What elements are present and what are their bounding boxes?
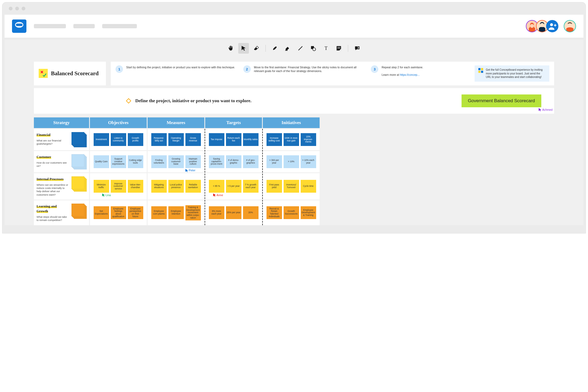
avatar-add[interactable] xyxy=(546,20,558,32)
select-tool[interactable] xyxy=(238,43,249,54)
measures-cell: Responsi-bility actOperating MarginGross… xyxy=(148,129,204,150)
targets-cell: Tax ImposeReturn each feeMonthly sales xyxy=(205,129,262,150)
sticky-note[interactable]: > 10% xyxy=(284,155,299,168)
sticky-note[interactable]: # of geo-graphics xyxy=(243,155,259,168)
sticky-note[interactable]: Increase selling cost xyxy=(267,133,282,146)
sticky-note[interactable]: Quality Care xyxy=(94,155,109,168)
measures-cell: Mitigating situationsLocal police presen… xyxy=(148,173,204,200)
sticky-tool[interactable] xyxy=(333,43,344,54)
sticky-note[interactable]: Support creative expressions xyxy=(111,155,126,168)
sticky-note[interactable]: Employee retention xyxy=(168,206,184,219)
template-title: Balanced Scorecard xyxy=(51,70,99,77)
pan-tool[interactable] xyxy=(225,43,236,54)
sticky-note[interactable]: Growing customer base xyxy=(168,155,184,168)
lane-internal-processes: Internal ProcessesWhere can we streamlin… xyxy=(34,173,554,200)
lane-title: Learning and Growth xyxy=(37,204,57,213)
sticky-note[interactable]: Gross revenue xyxy=(185,133,201,146)
targets-cell: < 85 %Anne> 5 per year7 % growth each ye… xyxy=(205,173,262,200)
sticky-note[interactable]: Listen to community xyxy=(111,133,126,146)
sticky-note[interactable]: < 85 %Anne xyxy=(209,180,224,193)
sticky-stack-icon xyxy=(71,176,86,191)
canvas[interactable]: Balanced Scorecard 1 Start by defining t… xyxy=(5,57,583,225)
sticky-note[interactable]: Finding volunteers xyxy=(151,155,167,168)
instruction-steps: 1 Start by defining the project, initiat… xyxy=(111,62,554,85)
define-section: Define the project, initiative or produc… xyxy=(34,88,554,114)
invite-tip: Get the full Conceptboard experience by … xyxy=(475,65,549,82)
sticky-note[interactable]: Employee Development & Training xyxy=(301,206,316,219)
lane-subtitle: What steps should we take to remain comp… xyxy=(37,215,69,222)
sticky-note[interactable]: Employee persepctive on their future xyxy=(128,206,143,219)
sticky-note[interactable]: Cycle time xyxy=(301,180,316,193)
pen-tool[interactable] xyxy=(269,43,280,54)
eraser-tool[interactable] xyxy=(251,43,262,54)
sticky-note[interactable]: 7 % growth each year xyxy=(243,180,259,193)
strategy-cell: FinancialWhat are our financial goals/ta… xyxy=(34,129,89,150)
sticky-note[interactable]: Mitigating situations xyxy=(151,180,167,193)
initiatives-cell: First pass yieldInventory/ TurnoverCycle… xyxy=(263,173,320,200)
sticky-note[interactable]: Minimize trafficLina xyxy=(94,180,109,193)
sticky-note[interactable]: Tax Impose xyxy=(209,133,224,146)
svg-rect-21 xyxy=(481,68,483,70)
max-dot[interactable] xyxy=(22,7,25,10)
lane-title: Internal Processes xyxy=(37,177,63,181)
learn-more-link[interactable]: https://concep... xyxy=(400,73,420,76)
comment-tool[interactable] xyxy=(352,43,363,54)
sticky-note[interactable]: Cutting edge tools xyxy=(128,155,143,168)
sticky-note[interactable]: Monthly sales xyxy=(243,133,259,146)
sticky-note[interactable]: Saving capital/im-prove-ment xyxy=(209,155,224,168)
header-initiatives: Initiatives xyxy=(263,117,320,128)
sticky-note[interactable]: Set Expectations xyxy=(94,206,109,219)
sticky-note[interactable]: 20% xyxy=(243,206,259,219)
marker-tool[interactable] xyxy=(282,43,293,54)
sticky-note[interactable]: Value Mer-chandise xyxy=(128,180,143,193)
shape-tool[interactable] xyxy=(308,43,319,54)
sticky-note[interactable]: 100K in reve-nue gain xyxy=(284,133,299,146)
sticky-note[interactable]: Operating Margin xyxy=(168,133,184,146)
sticky-note[interactable]: 8% more each year xyxy=(209,206,224,219)
sticky-note[interactable]: Responsi-bility act xyxy=(151,133,167,146)
sticky-note[interactable]: Maintain positive culturePeter xyxy=(185,155,201,168)
sticky-stack-icon xyxy=(71,154,86,169)
sticky-note[interactable]: 25% per year xyxy=(226,206,241,219)
sticky-note[interactable]: Improve customer service xyxy=(111,180,126,193)
sticky-note[interactable]: Employee feelings about qualification xyxy=(111,206,126,219)
header-strategy: Strategy xyxy=(34,117,89,128)
min-dot[interactable] xyxy=(15,7,19,10)
sticky-note[interactable]: Local police presence xyxy=(168,180,184,193)
sticky-note[interactable]: Growth profits xyxy=(128,133,143,146)
text-tool[interactable]: T xyxy=(321,43,331,54)
project-sticky[interactable]: Government Balanced Scorecard Achmed xyxy=(462,94,541,107)
sticky-note[interactable]: First pass yield xyxy=(267,180,282,193)
objectives-cell: Minimize trafficLinaImprove customer ser… xyxy=(90,173,147,200)
sticky-note[interactable]: Investment xyxy=(94,133,109,146)
sticky-note[interactable]: Recruit & Retain Talented Individuals xyxy=(267,206,282,219)
column-divider xyxy=(205,129,205,225)
sticky-note[interactable]: Return each fee xyxy=(226,133,241,146)
lane-learning-and-growth: Learning and GrowthWhat steps should we … xyxy=(34,200,554,225)
sticky-stack-icon xyxy=(71,132,86,147)
sticky-note[interactable]: Reliable sanitation xyxy=(185,180,201,193)
lane-subtitle: Where can we streamline or reduce costs … xyxy=(37,183,69,196)
lane-subtitle: What are our financial goals/targets? xyxy=(37,139,69,146)
line-tool[interactable] xyxy=(295,43,306,54)
sticky-note[interactable]: > 300 per year xyxy=(267,155,282,168)
initiatives-cell: Increase selling cost100K in reve-nue ga… xyxy=(263,129,320,150)
svg-rect-22 xyxy=(478,71,480,73)
objectives-cell: InvestmentListen to communityGrowth prof… xyxy=(90,129,147,150)
measures-cell: Finding volunteersGrowing customer baseM… xyxy=(148,151,204,172)
sticky-note[interactable]: Inventory/ Turnover xyxy=(284,180,299,193)
sticky-note[interactable]: Training & Development movement within c… xyxy=(185,205,201,220)
step-text: Start by defining the project, initiativ… xyxy=(126,65,235,69)
step-1: 1 Start by defining the project, initiat… xyxy=(116,65,236,73)
sticky-note[interactable]: 15% improve-ments xyxy=(301,133,316,146)
close-dot[interactable] xyxy=(9,7,13,10)
app-logo[interactable] xyxy=(12,19,26,33)
sticky-note[interactable]: > 10% each year xyxy=(301,155,316,168)
define-prompt: Define the project, initiative or produc… xyxy=(135,98,252,104)
avatar-me[interactable] xyxy=(564,20,576,32)
sticky-note[interactable]: > 5 per year xyxy=(226,180,241,193)
sticky-note[interactable]: Employee com-plaints xyxy=(151,206,167,219)
sticky-note[interactable]: # of demo-graphic xyxy=(226,155,241,168)
sticky-note[interactable]: Growth Successions xyxy=(284,206,299,219)
step-number: 3 xyxy=(371,65,378,73)
